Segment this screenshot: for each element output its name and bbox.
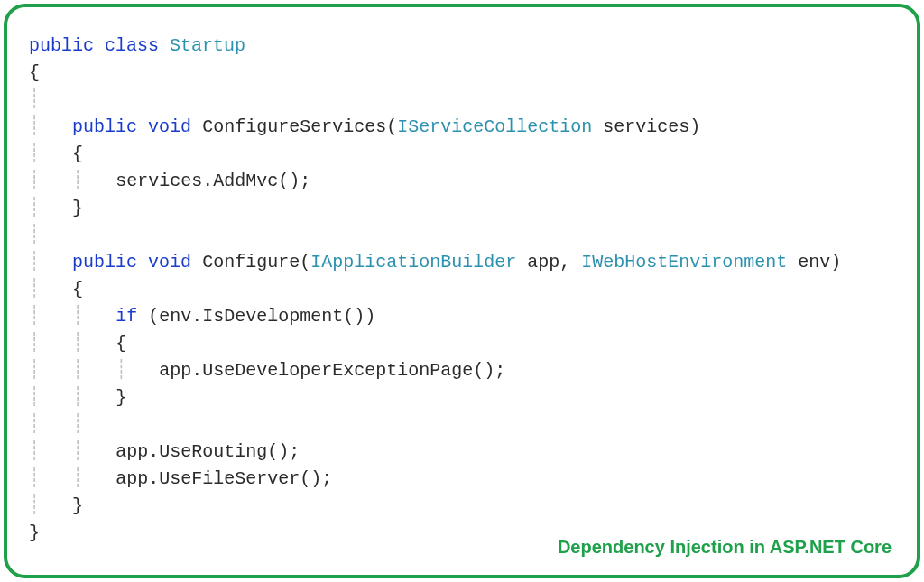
indent-guide: ┊ [29,414,40,435]
indent-guide: ┊ [29,171,40,191]
paren: ( [300,252,310,273]
paren: ( [386,116,397,137]
indent-guide: ┊ [29,468,40,489]
indent-guide: ┊ [29,360,40,381]
keyword-void: void [148,116,191,137]
statement: app.UseRouting(); [116,441,300,462]
method-name: Configure [202,252,300,273]
indent-guide: ┊ [29,116,40,137]
indent-guide: ┊ [72,333,83,354]
indent-guide: ┊ [29,279,40,300]
indent-guide: ┊ [29,495,40,516]
indent-guide: ┊ [29,441,40,462]
keyword-if: if [116,306,137,327]
brace: } [72,198,83,218]
indent-guide: ┊ [72,468,83,489]
footer-caption: Dependency Injection in ASP.NET Core [558,533,892,560]
indent-guide: ┊ [72,171,83,191]
condition: (env.IsDevelopment()) [137,306,375,327]
indent-guide: ┊ [29,333,40,354]
indent-guide: ┊ [29,89,40,110]
indent-guide: ┊ [29,225,40,245]
param: app, [516,252,581,273]
param: services) [592,116,700,137]
class-name: Startup [170,35,245,56]
indent-guide: ┊ [29,198,40,218]
indent-guide: ┊ [72,441,83,462]
keyword-class: class [105,35,159,56]
brace: { [116,333,126,354]
keyword-void: void [148,252,191,273]
indent-guide: ┊ [72,387,83,408]
brace: { [72,143,83,164]
keyword-public: public [29,35,94,56]
code-block: public class Startup { ┊ ┊ public void C… [29,32,895,547]
keyword-public: public [72,252,137,273]
type-name: IServiceCollection [397,116,592,137]
brace: { [72,279,83,300]
indent-guide: ┊ [29,143,40,164]
statement: app.UseDeveloperExceptionPage(); [159,360,505,381]
indent-guide: ┊ [29,387,40,408]
brace: { [29,62,40,83]
method-name: ConfigureServices [202,116,386,137]
statement: services.AddMvc(); [116,171,310,191]
code-frame: public class Startup { ┊ ┊ public void C… [4,4,920,578]
brace: } [29,522,40,543]
indent-guide: ┊ [72,414,83,435]
brace: } [72,495,83,516]
indent-guide: ┊ [116,360,126,381]
indent-guide: ┊ [29,306,40,327]
indent-guide: ┊ [72,360,83,381]
indent-guide: ┊ [29,252,40,273]
brace: } [116,387,126,408]
type-name: IApplicationBuilder [310,252,516,273]
statement: app.UseFileServer(); [116,468,332,489]
type-name: IWebHostEnvironment [581,252,787,273]
indent-guide: ┊ [72,306,83,327]
param: env) [787,252,841,273]
keyword-public: public [72,116,137,137]
